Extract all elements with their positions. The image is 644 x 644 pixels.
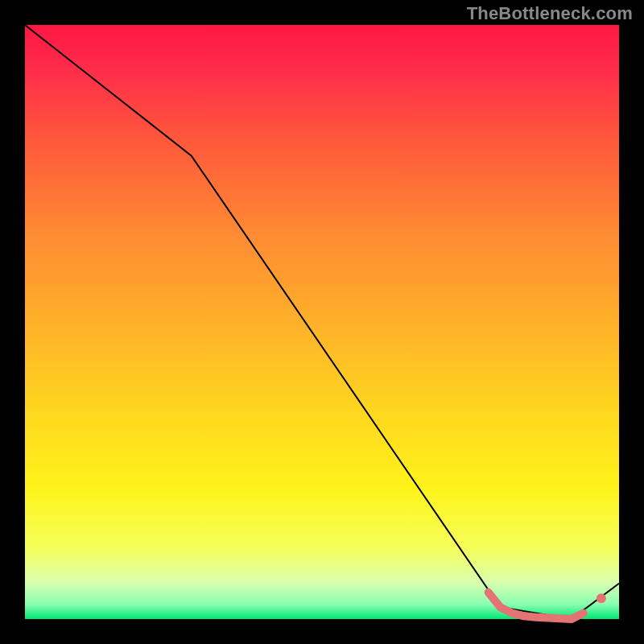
highlight-point [597,593,606,603]
bottleneck-chart [0,0,644,644]
attribution-text: TheBottleneck.com [467,3,633,24]
plot-background [25,25,619,619]
chart-frame: TheBottleneck.com [0,0,644,644]
